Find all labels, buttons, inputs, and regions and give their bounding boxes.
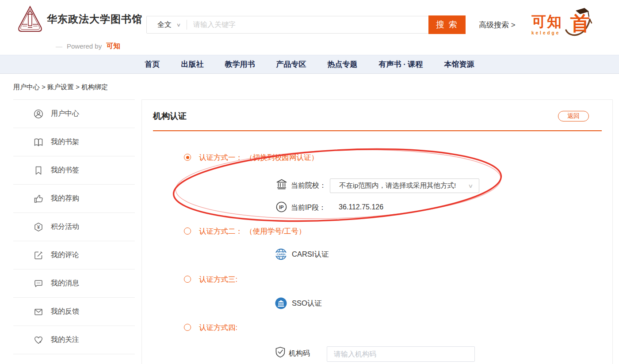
auth-method-3-text: 认证方式三: xyxy=(199,275,237,283)
chevron-down-icon: ∨ xyxy=(176,22,181,28)
current-ip-value: 36.112.75.126 xyxy=(339,203,383,211)
radio-auth-method-4[interactable] xyxy=(184,324,191,331)
sidebar-item-bookmarks[interactable]: 我的书签 xyxy=(13,156,135,185)
nav-item-home[interactable]: 首页 xyxy=(145,59,160,69)
ip-icon: IP xyxy=(276,201,287,212)
sso-auth-link[interactable]: SSO认证 xyxy=(275,297,322,309)
points-yen-icon: ¥ xyxy=(34,222,43,232)
sidebar-item-points[interactable]: ¥ 积分活动 xyxy=(13,213,135,241)
auth-method-1-text: 认证方式一： xyxy=(199,153,243,161)
title-divider xyxy=(153,130,602,131)
sidebar-item-comments[interactable]: 我的评论 xyxy=(13,241,135,269)
org-code-input[interactable] xyxy=(327,346,475,362)
search-bar: 全文 ∨ 搜 索 xyxy=(146,16,466,34)
auth-method-1-label: 认证方式一：（切换到校园网认证） xyxy=(199,153,318,163)
auth-method-2-text: 认证方式二： xyxy=(199,227,243,235)
nav-item-library-resources[interactable]: 本馆资源 xyxy=(444,59,474,69)
radio-auth-method-3[interactable] xyxy=(184,276,191,283)
powered-by-brand: 可知 xyxy=(106,42,120,51)
nav-item-publishers[interactable]: 出版社 xyxy=(181,59,203,69)
auth-method-4-text: 认证方式四: xyxy=(199,323,237,331)
search-divider xyxy=(187,20,187,30)
sso-icon xyxy=(275,297,287,309)
search-input[interactable] xyxy=(193,16,428,33)
page-header: 华东政法大学图书馆 — Powered by 可知 全文 ∨ 搜 索 高级搜索 … xyxy=(0,0,619,55)
thumbs-up-icon xyxy=(34,194,43,204)
institution-auth-panel: 机构认证 返回 认证方式一：（切换到校园网认证） 当前院校： 不在ip范围内，请… xyxy=(141,99,613,364)
org-code-label: 机构码 xyxy=(289,349,310,358)
panel-title: 机构认证 xyxy=(153,110,187,122)
user-circle-icon xyxy=(34,109,43,119)
sidebar-item-feedback[interactable]: 我的反馈 xyxy=(13,298,135,326)
auth-method-3-label: 认证方式三: xyxy=(199,275,237,284)
current-school-dropdown[interactable]: 不在ip范围内，请选择或采用其他方式! ∨ xyxy=(330,178,479,193)
sidebar-item-messages[interactable]: 我的消息 xyxy=(13,269,135,298)
powered-by: — Powered by 可知 xyxy=(56,42,120,51)
auth-method-2-note: （使用学号/工号） xyxy=(245,227,306,235)
search-button[interactable]: 搜 索 xyxy=(428,15,466,34)
carsi-globe-icon: CARSI xyxy=(275,248,287,260)
auth-method-2-label: 认证方式二：（使用学号/工号） xyxy=(199,227,306,236)
carsi-auth-label: CARSI认证 xyxy=(292,250,329,259)
search-scope-value: 全文 xyxy=(157,20,172,30)
sidebar-item-label: 积分活动 xyxy=(51,222,79,231)
sidebar-item-recommendations[interactable]: 我的荐购 xyxy=(13,185,135,213)
sidebar-item-label: 我的反馈 xyxy=(51,307,79,316)
sidebar-item-label: 我的书签 xyxy=(51,166,79,175)
shield-check-icon xyxy=(275,346,286,358)
nav-item-textbooks[interactable]: 教学用书 xyxy=(225,59,255,69)
heart-plus-icon xyxy=(34,335,43,345)
svg-text:¥: ¥ xyxy=(37,224,40,230)
back-button[interactable]: 返回 xyxy=(558,111,589,121)
auth-method-1-note: （切换到校园网认证） xyxy=(245,153,318,161)
keledge-glyph-icon: 首 xyxy=(562,7,594,40)
sidebar-item-follows[interactable]: 我的关注 xyxy=(13,326,135,354)
keledge-logo-en: keledge xyxy=(531,30,562,35)
sidebar-item-label: 我的荐购 xyxy=(51,194,79,203)
keledge-logo: 可知 keledge 首 xyxy=(531,7,594,40)
auth-method-4-label: 认证方式四: xyxy=(199,323,237,333)
radio-auth-method-2[interactable] xyxy=(184,228,191,235)
sidebar-item-label: 我的书架 xyxy=(51,137,79,147)
search-scope-select[interactable]: 全文 ∨ xyxy=(147,20,180,30)
sidebar-item-user-center[interactable]: 用户中心 xyxy=(13,100,135,128)
current-ip-label: 当前IP段： xyxy=(291,203,326,212)
main-nav: 首页 出版社 教学用书 产品专区 热点专题 有声书 · 课程 本馆资源 xyxy=(0,55,619,74)
carsi-auth-link[interactable]: CARSI CARSI认证 xyxy=(275,248,329,260)
sidebar-item-label: 用户中心 xyxy=(51,109,79,118)
powered-by-dash: — xyxy=(56,42,62,50)
advanced-search-link[interactable]: 高级搜索 > xyxy=(479,20,516,30)
open-book-icon xyxy=(34,137,43,147)
envelope-icon xyxy=(34,307,43,317)
chevron-down-icon: ∨ xyxy=(468,183,473,189)
library-title: 华东政法大学图书馆 xyxy=(47,12,142,26)
bookmark-icon xyxy=(34,166,43,175)
current-school-value: 不在ip范围内，请选择或采用其他方式! xyxy=(339,181,469,190)
user-center-sidebar: 用户中心 我的书架 我的书签 我的荐购 ¥ 积分活动 我的评论 xyxy=(13,99,135,364)
radio-auth-method-1[interactable] xyxy=(184,154,191,161)
message-bubble-icon xyxy=(34,279,43,288)
svg-text:首: 首 xyxy=(570,12,590,34)
institution-icon xyxy=(276,178,287,190)
nav-item-hot-topics[interactable]: 热点专题 xyxy=(327,59,357,69)
sidebar-item-label: 我的消息 xyxy=(51,279,79,288)
sidebar-item-bookshelf[interactable]: 我的书架 xyxy=(13,128,135,156)
sidebar-item-label: 我的评论 xyxy=(51,250,79,260)
svg-text:CARSI: CARSI xyxy=(277,253,286,256)
sso-auth-label: SSO认证 xyxy=(292,299,322,308)
nav-item-product-zone[interactable]: 产品专区 xyxy=(276,59,306,69)
edit-icon xyxy=(34,250,43,260)
nav-item-audiobooks-courses[interactable]: 有声书 · 课程 xyxy=(378,59,423,69)
keledge-logo-cn: 可知 xyxy=(531,14,562,29)
svg-text:IP: IP xyxy=(279,205,283,210)
university-crest-logo xyxy=(16,5,44,36)
sidebar-item-label: 我的关注 xyxy=(51,335,79,345)
current-school-label: 当前院校： xyxy=(291,181,326,190)
powered-by-text: Powered by xyxy=(67,42,102,50)
breadcrumb[interactable]: 用户中心 > 账户设置 > 机构绑定 xyxy=(13,83,108,91)
